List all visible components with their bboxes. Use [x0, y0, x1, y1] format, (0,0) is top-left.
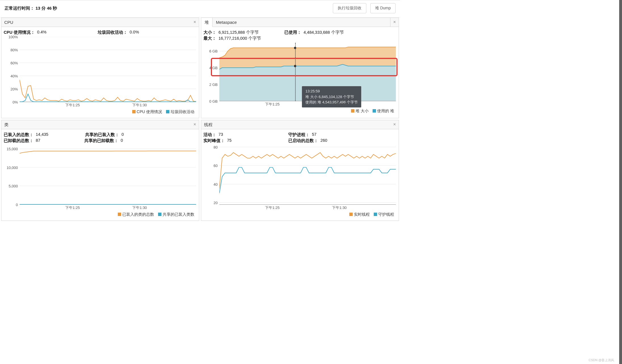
stat-pair: 共享的已卸载数 0: [84, 138, 123, 143]
tab-heap[interactable]: 堆: [201, 18, 213, 27]
heap-panel: 堆 Metaspace × 大小 6,921,125,888 个字节已使用 4,…: [201, 18, 399, 118]
stat-value: 4,484,333,688 个字节: [304, 30, 344, 35]
y-tick-label: 20: [214, 201, 218, 205]
stat-value: 87: [36, 138, 40, 143]
stat-pair: 大小 6,921,125,888 个字节: [203, 30, 259, 35]
uptime-value: 13 分 46 秒: [35, 6, 57, 10]
x-tick-label: 下午1:25: [65, 103, 80, 108]
stat-label: 大小: [203, 30, 216, 35]
legend-label: 守护线程: [378, 212, 394, 217]
x-tick-label: 下午1:25: [265, 205, 280, 210]
chart-marker-dot: [294, 47, 296, 49]
stat-label: 已卸载的总数: [4, 138, 33, 143]
legend-label: CPU 使用情况: [137, 109, 162, 114]
stat-label: 已使用: [284, 30, 301, 35]
y-tick-label: 60%: [10, 61, 18, 65]
legend-swatch: [373, 109, 376, 113]
heap-chart: 0 GB2 GB4 GB6 GB13:25:59堆 大小 6,845,104,1…: [203, 43, 397, 107]
gc-button[interactable]: 执行垃圾回收: [333, 3, 366, 13]
legend-label: 共享的已装入类数: [163, 212, 194, 217]
y-tick-label: 2 GB: [209, 82, 218, 87]
tooltip-line: 堆 大小 6,845,104,128 个字节: [305, 94, 358, 100]
legend-swatch: [132, 110, 136, 113]
y-tick-label: 80: [214, 145, 218, 149]
legend-swatch: [349, 213, 353, 216]
x-tick-label: 下午1:30: [332, 102, 346, 107]
legend-label: 已装入的类的总数: [122, 212, 154, 217]
x-tick-label: 下午1:30: [332, 205, 346, 210]
legend-swatch: [158, 213, 161, 216]
threads-stats-2: 实时峰值 75已启动的总数 260: [203, 138, 397, 143]
stat-value: 73: [218, 132, 223, 137]
top-actions: 执行垃圾回收 堆 Dump: [333, 3, 396, 13]
stat-pair: CPU 使用情况 0.4%: [4, 30, 47, 35]
y-tick-label: 100%: [9, 35, 18, 39]
stat-label: 活动: [203, 132, 216, 137]
stat-value: 75: [227, 138, 232, 143]
tab-metaspace[interactable]: Metaspace: [213, 18, 390, 27]
y-tick-label: 6 GB: [209, 49, 218, 53]
threads-chart: 20406080下午1:25下午1:30: [203, 145, 397, 210]
stat-label: 垃圾回收活动: [98, 30, 127, 35]
classes-panel: 类 × 已装入的总数 14,435共享的已装入数 0 已卸载的总数 87共享的已…: [1, 120, 199, 221]
x-tick-label: 下午1:30: [132, 205, 147, 210]
legend-label: 实时线程: [354, 212, 370, 217]
x-tick-label: 下午1:30: [132, 103, 147, 108]
stat-label: 最大: [203, 36, 216, 41]
y-tick-label: 0: [16, 203, 18, 207]
classes-stats-1: 已装入的总数 14,435共享的已装入数 0: [4, 132, 197, 137]
threads-stats-1: 活动 73守护进程 57: [203, 132, 397, 137]
classes-stats-2: 已卸载的总数 87共享的已卸载数 0: [4, 138, 197, 143]
y-tick-label: 15,000: [7, 147, 18, 151]
classes-title: 类: [1, 120, 11, 129]
stat-value: 16,777,216,000 个字节: [218, 36, 261, 41]
classes-legend: 已装入的类的总数共享的已装入类数: [4, 210, 197, 219]
y-tick-label: 60: [214, 164, 218, 168]
cpu-panel: CPU × CPU 使用情况 0.4%垃圾回收活动 0.0% 0%20%40%6…: [1, 18, 199, 118]
stat-pair: 共享的已装入数 0: [85, 132, 124, 137]
y-tick-label: 40%: [10, 74, 18, 78]
cpu-chart: 0%20%40%60%80%100%下午1:25下午1:30: [4, 37, 197, 108]
stat-pair: 活动 73: [203, 132, 223, 137]
cpu-legend: CPU 使用情况垃圾回收活动: [4, 108, 197, 117]
legend-label: 垃圾回收活动: [171, 109, 194, 114]
heap-legend: 堆 大小使用的 堆: [203, 107, 397, 116]
x-tick-label: 下午1:25: [65, 205, 80, 210]
legend-swatch: [351, 109, 354, 113]
close-icon[interactable]: ×: [390, 18, 399, 27]
stat-value: 14,435: [36, 132, 48, 137]
stat-label: 共享的已装入数: [85, 132, 119, 137]
threads-legend: 实时线程守护线程: [203, 210, 397, 219]
legend-swatch: [374, 213, 377, 216]
y-tick-label: 40: [214, 182, 218, 186]
dashboard-grid: CPU × CPU 使用情况 0.4%垃圾回收活动 0.0% 0%20%40%6…: [0, 18, 400, 221]
stat-pair: 垃圾回收活动 0.0%: [98, 30, 139, 35]
stat-pair: 已卸载的总数 87: [4, 138, 40, 143]
topbar: 正常运行时间： 13 分 46 秒 执行垃圾回收 堆 Dump: [0, 0, 400, 18]
threads-title: 线程: [201, 120, 215, 129]
y-tick-label: 20%: [10, 87, 18, 91]
classes-chart: 05,00010,00015,000下午1:25下午1:30: [4, 145, 197, 210]
stat-pair: 实时峰值 75: [203, 138, 232, 143]
y-tick-label: 0 GB: [209, 99, 218, 103]
stat-value: 57: [312, 132, 316, 137]
stat-label: 已启动的总数: [288, 138, 318, 143]
close-icon[interactable]: ×: [191, 120, 199, 129]
stat-pair: 守护进程 57: [288, 132, 316, 137]
y-tick-label: 80%: [10, 48, 18, 52]
stat-label: 守护进程: [288, 132, 310, 137]
stat-label: 共享的已卸载数: [84, 138, 118, 143]
stat-pair: 最大 16,777,216,000 个字节: [203, 36, 261, 41]
y-tick-label: 5,000: [9, 184, 18, 188]
stat-label: 已装入的总数: [4, 132, 33, 137]
stat-pair: 已启动的总数 260: [288, 138, 327, 143]
heap-dump-button[interactable]: 堆 Dump: [370, 3, 396, 13]
close-icon[interactable]: ×: [390, 120, 399, 129]
close-icon[interactable]: ×: [191, 18, 199, 27]
stat-value: 0.0%: [130, 30, 139, 35]
stat-value: 260: [320, 138, 327, 143]
threads-panel: 线程 × 活动 73守护进程 57 实时峰值 75已启动的总数 260 2040…: [201, 120, 399, 221]
y-tick-label: 0%: [12, 100, 18, 104]
heap-stats-1: 大小 6,921,125,888 个字节已使用 4,484,333,688 个字…: [203, 30, 397, 35]
stat-label: CPU 使用情况: [4, 30, 35, 35]
